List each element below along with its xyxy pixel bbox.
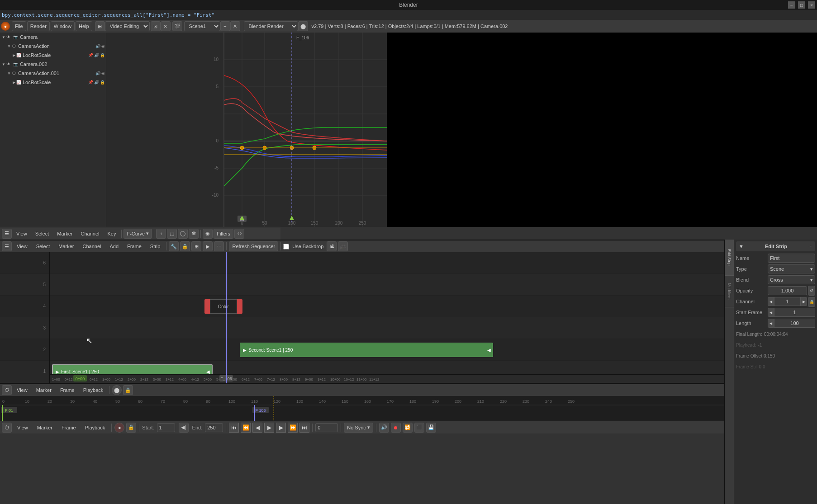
seq-main[interactable]: Color ▶ Second: Scene1 | 250 ◀ ▶ Fi	[50, 252, 724, 383]
seq-magnet-icon[interactable]: 🔧	[169, 241, 179, 251]
seq-output-icon[interactable]: 📽	[327, 241, 337, 251]
fcurve-channel-menu[interactable]: Channel	[77, 231, 103, 236]
seq-preview-icon[interactable]: ▶	[203, 241, 213, 251]
type-field[interactable]: Scene ▾	[768, 264, 815, 273]
minimize-button[interactable]: −	[788, 1, 795, 9]
outliner-item-locrotscale2[interactable]: ▶ 📈 LocRotScale 📌 🔊 🔒	[0, 78, 106, 87]
panel-options-icon[interactable]: ⋯	[808, 244, 812, 249]
second-scene-strip[interactable]: ▶ Second: Scene1 | 250 ◀	[240, 343, 493, 357]
step-forward-button[interactable]: ⏩	[288, 423, 298, 433]
outliner-item-cameraaction[interactable]: ▼ ⬡ CameraAction 🔊 ◉	[0, 42, 106, 51]
jump-to-end-button[interactable]: ⏭	[299, 423, 309, 433]
color-strip-handle-right[interactable]	[237, 299, 242, 314]
jump-to-start-button[interactable]: ⏮	[229, 423, 239, 433]
lock-icon[interactable]: 🔒	[100, 53, 105, 57]
length-decrement[interactable]: ◀	[768, 319, 774, 328]
playback-playback-menu[interactable]: Playback	[81, 425, 109, 430]
filters-button[interactable]: Filters	[214, 229, 233, 239]
fcurve-view-menu[interactable]: View	[13, 231, 31, 236]
refresh-sequencer-button[interactable]: Refresh Sequencer	[229, 241, 278, 251]
seq-lock-icon[interactable]: 🔒	[180, 241, 190, 251]
mute-icon2[interactable]: 🔊	[94, 53, 99, 57]
record-icon[interactable]: ⏺	[391, 423, 401, 433]
close-button[interactable]: ×	[808, 1, 815, 9]
maximize-button[interactable]: □	[798, 1, 805, 9]
length-field[interactable]: 100	[774, 319, 815, 328]
render-vis-icon[interactable]: ◉	[101, 44, 105, 48]
workspace-selector[interactable]: Video Editing	[105, 21, 150, 31]
select-lasso-icon[interactable]: ✾	[189, 229, 199, 239]
outliner-item-cameraaction001[interactable]: ▼ ⬡ CameraAction.001 🔊 ◉	[0, 69, 106, 78]
seq-channel-menu[interactable]: Channel	[79, 244, 104, 249]
step-back-button[interactable]: ⏪	[241, 423, 251, 433]
channel-field[interactable]: 1	[774, 297, 801, 306]
pin-icon2[interactable]: 📌	[88, 80, 93, 85]
blend-field[interactable]: Cross ▾	[768, 275, 815, 284]
prev-frame-button[interactable]: ◀	[252, 423, 262, 433]
render-icon-btn[interactable]: ⬤	[298, 21, 308, 31]
lock-nla-icon[interactable]: 🔒	[123, 385, 133, 395]
fcurve-canvas[interactable]: 10 5 0 -5 -10 0 50 100 150 200 250	[106, 33, 387, 227]
render-menu[interactable]: Render	[27, 21, 50, 31]
seq-select-menu[interactable]: Select	[33, 244, 54, 249]
channel-decrement-button[interactable]: ◀	[768, 297, 774, 306]
lock-icon2[interactable]: 🔒	[100, 80, 105, 85]
playback-autokey-icon[interactable]: ●	[114, 423, 124, 433]
playback-editor-icon[interactable]: ⏱	[2, 423, 12, 433]
editor-type-icon[interactable]: ⊞	[95, 21, 105, 31]
channel-increment-button[interactable]: ▶	[801, 297, 807, 306]
channel-lock-icon[interactable]: 🔒	[808, 297, 815, 307]
select-box-icon[interactable]: ⬚	[167, 229, 177, 239]
mute-icon4[interactable]: 🔊	[94, 80, 99, 85]
render-engine-selector[interactable]: Blender Render	[244, 21, 298, 31]
color-strip[interactable]: Color	[210, 299, 237, 314]
no-sync-selector[interactable]: No Sync ▾	[344, 423, 373, 433]
outliner-item-camera[interactable]: ▼ 👁 📷 Camera	[0, 33, 106, 42]
audio-icon[interactable]: 🔊	[379, 423, 389, 433]
select-circle-icon[interactable]: ◯	[178, 229, 188, 239]
timeline-editor-icon[interactable]: ⏱	[2, 385, 12, 395]
fcurve-select-menu[interactable]: Select	[32, 231, 53, 236]
fcurve-marker-menu[interactable]: Marker	[53, 231, 76, 236]
fullscreen-icon[interactable]: ⊡	[151, 21, 161, 31]
window-menu[interactable]: Window	[51, 21, 75, 31]
toggle-visibility-icon[interactable]: ◉	[203, 229, 213, 239]
playback-marker-menu[interactable]: Marker	[33, 425, 56, 430]
playback-frame-menu[interactable]: Frame	[58, 425, 80, 430]
opacity-field[interactable]: 1.000	[768, 286, 807, 295]
seq-editor-type-icon[interactable]: ☰	[2, 241, 12, 251]
seq-frame-menu[interactable]: Frame	[124, 244, 145, 249]
visibility-icon[interactable]: 👁	[5, 34, 12, 40]
color-strip-handle-left[interactable]	[204, 299, 210, 314]
name-field[interactable]: First	[768, 254, 815, 263]
seq-grid-icon[interactable]: ⊞	[191, 241, 201, 251]
seq-camera-icon[interactable]: 🎥	[338, 241, 348, 251]
next-frame-button[interactable]: ▶	[276, 423, 286, 433]
add-fcurve-icon[interactable]: +	[156, 229, 166, 239]
auto-keying-icon[interactable]: ⬤	[112, 385, 122, 395]
timeline-frame-menu[interactable]: Frame	[57, 387, 78, 393]
editor-mode-icon[interactable]: ☰	[2, 229, 12, 239]
current-frame-field[interactable]: 0	[315, 423, 338, 432]
scene-selector[interactable]: Scene1	[184, 21, 220, 31]
fcurve-key-menu[interactable]: Key	[104, 231, 119, 236]
timeline-playback-menu[interactable]: Playback	[80, 387, 107, 393]
visibility-icon2[interactable]: 👁	[5, 61, 12, 67]
jump-to-start-icon[interactable]: ◀|	[179, 423, 189, 433]
scene-icon[interactable]: 🎬	[172, 21, 182, 31]
play-button[interactable]: ▶	[264, 423, 274, 433]
seq-more-icon[interactable]: ⋯	[214, 241, 224, 251]
end-frame-field[interactable]: 250	[205, 423, 223, 432]
modifiers-tab[interactable]: Modifiers	[725, 276, 734, 307]
seq-strip-menu[interactable]: Strip	[147, 244, 164, 249]
playback-view-menu[interactable]: View	[14, 425, 32, 430]
seq-view-menu[interactable]: View	[13, 244, 31, 249]
mute-icon3[interactable]: 🔊	[95, 71, 100, 75]
delete-scene-icon[interactable]: ✕	[230, 21, 240, 31]
help-menu[interactable]: Help	[76, 21, 92, 31]
key-sync-icon[interactable]: ⬛	[414, 423, 424, 433]
mute-icon[interactable]: 🔊	[95, 44, 100, 48]
timeline-area[interactable]: 0 10 20 30 40 50 60 70 80 90 100 110 120…	[0, 396, 724, 421]
edit-strip-tab[interactable]: Edit Strip	[725, 240, 734, 276]
render-vis-icon2[interactable]: ◉	[101, 71, 105, 75]
